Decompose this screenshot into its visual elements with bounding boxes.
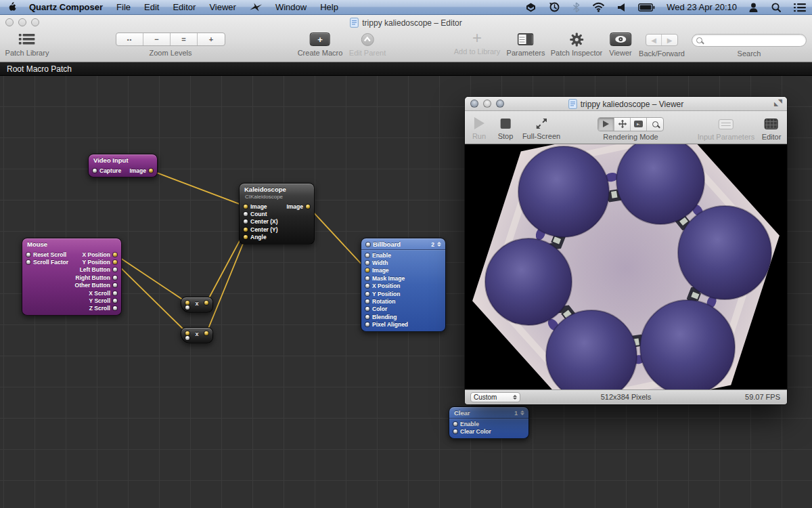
- input-port: Capture: [93, 167, 121, 174]
- menu-window[interactable]: Window: [269, 0, 313, 14]
- port-row: Other Button: [22, 282, 121, 289]
- video-input-out-port[interactable]: [149, 169, 153, 173]
- billboard-in-port[interactable]: [365, 315, 369, 319]
- menu-file[interactable]: File: [110, 0, 137, 14]
- port-row: Pixel Aligned: [361, 321, 445, 329]
- kaleidoscope-art: [465, 144, 787, 389]
- clear-in-port[interactable]: [453, 429, 457, 433]
- layer-stepper[interactable]: [520, 410, 524, 415]
- mouse-out-port[interactable]: [113, 268, 117, 272]
- billboard-in-port[interactable]: [365, 307, 369, 311]
- editor-title-bar[interactable]: trippy kaliedoscope – Editor: [0, 15, 812, 30]
- patch-video-input[interactable]: Video InputCaptureImage: [88, 154, 158, 177]
- patch-mouse[interactable]: MouseReset ScrollX PositionScroll Factor…: [22, 238, 122, 316]
- mouse-out-port[interactable]: [113, 260, 117, 264]
- editor-button[interactable]: Editor: [762, 116, 782, 141]
- toolbar-patch-inspector[interactable]: Patch Inspector: [551, 31, 602, 57]
- rendering-mode-control: ▸. Rendering Mode: [597, 116, 664, 141]
- viewer-render-area[interactable]: [465, 144, 787, 389]
- billboard-in-port[interactable]: [365, 292, 369, 296]
- port-label: Rotation: [372, 298, 395, 305]
- patch-clear[interactable]: Clear1EnableClear Color: [449, 406, 529, 439]
- kaleidoscope-in-port[interactable]: [244, 228, 248, 232]
- notification-center-icon[interactable]: [788, 0, 812, 14]
- spotlight-icon[interactable]: [765, 0, 788, 14]
- search-input[interactable]: [692, 34, 807, 47]
- apple-menu[interactable]: [0, 0, 22, 14]
- mouse-out-port[interactable]: [113, 283, 117, 287]
- port-label: Pixel Aligned: [372, 321, 408, 328]
- menu-app-name[interactable]: Quartz Composer: [22, 0, 110, 14]
- patch-multiply-2[interactable]: x: [181, 327, 213, 343]
- menu-help[interactable]: Help: [313, 0, 345, 14]
- render-move-segment[interactable]: [614, 118, 631, 131]
- script-bird-menu[interactable]: [243, 0, 269, 14]
- port-row: Enable: [449, 420, 528, 427]
- menu-viewer[interactable]: Viewer: [202, 0, 243, 14]
- render-inspect-segment[interactable]: [647, 118, 663, 131]
- back-button[interactable]: ◀: [646, 35, 662, 45]
- render-console-segment[interactable]: ▸.: [631, 118, 647, 131]
- viewer-title-bar[interactable]: trippy kaliedoscope – Viewer ◥◣: [465, 97, 787, 111]
- billboard-in-port[interactable]: [365, 276, 369, 280]
- breadcrumb[interactable]: Root Macro Patch: [0, 62, 812, 76]
- zoom-fit-button[interactable]: =: [171, 33, 198, 45]
- full-screen-button[interactable]: Full-Screen: [522, 115, 560, 140]
- toolbar-create-macro[interactable]: + Create Macro: [298, 31, 343, 57]
- billboard-in-port[interactable]: [365, 253, 369, 257]
- zoom-in-button[interactable]: +: [198, 33, 225, 45]
- kaleidoscope-out-port[interactable]: [306, 205, 310, 209]
- mouse-out-port[interactable]: [113, 299, 117, 303]
- billboard-in-port[interactable]: [365, 261, 369, 265]
- port-row: Center (Y): [240, 226, 314, 233]
- battery-icon[interactable]: [632, 0, 661, 14]
- mouse-out-port[interactable]: [113, 253, 117, 257]
- mouse-out-port[interactable]: [113, 306, 117, 310]
- billboard-in-port[interactable]: [365, 299, 369, 303]
- toolbar-parameters[interactable]: Parameters: [507, 31, 545, 57]
- bluetooth-icon[interactable]: [566, 0, 586, 14]
- dropbox-icon[interactable]: [519, 0, 543, 14]
- zoom-out-button[interactable]: −: [143, 33, 171, 45]
- video-input-in-port[interactable]: [93, 169, 97, 173]
- layer-stepper[interactable]: [437, 242, 441, 247]
- toolbar-patch-library[interactable]: Patch Library: [5, 31, 49, 57]
- patch-multiply-1[interactable]: x: [181, 297, 213, 313]
- input-port: Image: [365, 267, 389, 274]
- run-label: Run: [472, 132, 486, 140]
- render-play-segment[interactable]: [598, 118, 614, 131]
- mouse-out-port[interactable]: [113, 276, 117, 280]
- menu-clock[interactable]: Wed 23 Apr 20:10: [661, 2, 742, 12]
- zoom-actual-button[interactable]: ••: [116, 33, 143, 45]
- input-parameters-button: Input Parameters: [698, 116, 754, 141]
- billboard-in-port[interactable]: [365, 268, 369, 272]
- port-row: Z Scroll: [22, 305, 121, 312]
- toolbar-viewer[interactable]: Viewer: [609, 31, 631, 57]
- billboard-in-port[interactable]: [365, 322, 369, 326]
- kaleidoscope-in-port[interactable]: [244, 212, 248, 216]
- time-machine-icon[interactable]: [543, 0, 566, 14]
- user-icon[interactable]: [742, 0, 765, 14]
- patch-kaleidoscope[interactable]: KaleidoscopeCIKaleidoscopeImageImageCoun…: [239, 183, 315, 245]
- resize-icon[interactable]: ◥◣: [774, 99, 782, 107]
- stop-label: Stop: [498, 132, 514, 140]
- kaleidoscope-in-port[interactable]: [244, 205, 248, 209]
- clear-in-port[interactable]: [453, 422, 457, 426]
- billboard-header-port[interactable]: [366, 242, 370, 247]
- billboard-in-port[interactable]: [365, 284, 369, 288]
- render-dimensions: 512x384 Pixels: [465, 393, 787, 401]
- kaleidoscope-in-port[interactable]: [244, 235, 248, 239]
- menu-edit[interactable]: Edit: [137, 0, 166, 14]
- stop-button[interactable]: Stop: [498, 115, 514, 140]
- port-label: Scroll Factor: [33, 259, 68, 266]
- forward-button[interactable]: ▶: [662, 35, 677, 45]
- mouse-out-port[interactable]: [113, 291, 117, 295]
- patch-billboard[interactable]: Billboard2EnableWidthImageMask ImageX Po…: [361, 238, 446, 332]
- mouse-in-port[interactable]: [26, 260, 30, 264]
- kaleidoscope-in-port[interactable]: [244, 219, 248, 224]
- menu-editor[interactable]: Editor: [166, 0, 202, 14]
- volume-icon[interactable]: [611, 0, 632, 14]
- wifi-icon[interactable]: [586, 0, 611, 14]
- mouse-in-port[interactable]: [26, 253, 30, 257]
- viewer-window[interactable]: trippy kaliedoscope – Viewer ◥◣ Run Stop…: [465, 97, 787, 404]
